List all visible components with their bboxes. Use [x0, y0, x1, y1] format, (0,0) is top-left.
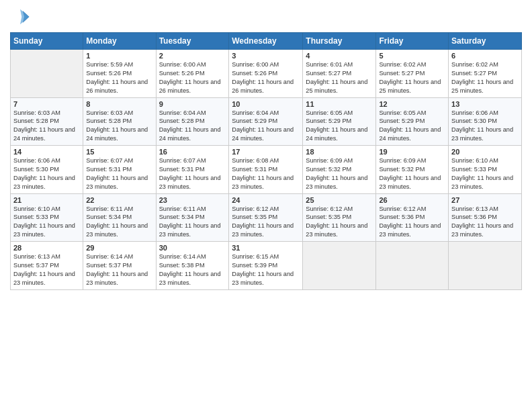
svg-marker-1	[20, 9, 30, 25]
day-number: 8	[86, 100, 152, 108]
day-info: Sunrise: 6:12 AMSunset: 5:35 PMDaylight:…	[306, 205, 373, 240]
day-number: 27	[451, 196, 519, 204]
day-number: 13	[451, 100, 519, 108]
week-row-4: 21Sunrise: 6:10 AMSunset: 5:33 PMDayligh…	[11, 193, 522, 242]
day-info: Sunrise: 6:13 AMSunset: 5:37 PMDaylight:…	[13, 253, 80, 287]
calendar-cell: 8Sunrise: 6:03 AMSunset: 5:28 PMDaylight…	[83, 97, 156, 146]
calendar-cell: 28Sunrise: 6:13 AMSunset: 5:37 PMDayligh…	[11, 242, 83, 290]
day-number: 26	[379, 196, 445, 204]
calendar-cell: 25Sunrise: 6:12 AMSunset: 5:35 PMDayligh…	[303, 193, 376, 242]
day-info: Sunrise: 6:02 AMSunset: 5:27 PMDaylight:…	[451, 60, 519, 95]
day-info: Sunrise: 6:10 AMSunset: 5:33 PMDaylight:…	[451, 156, 519, 191]
day-header-friday: Friday	[376, 33, 449, 50]
day-number: 14	[13, 148, 80, 156]
day-info: Sunrise: 6:10 AMSunset: 5:33 PMDaylight:…	[13, 205, 80, 240]
calendar-cell: 2Sunrise: 6:00 AMSunset: 5:26 PMDaylight…	[156, 50, 229, 98]
day-header-wednesday: Wednesday	[229, 33, 303, 50]
day-number: 7	[13, 100, 80, 108]
day-number: 5	[379, 52, 445, 60]
week-row-1: 1Sunrise: 5:59 AMSunset: 5:26 PMDaylight…	[11, 50, 522, 98]
day-info: Sunrise: 5:59 AMSunset: 5:26 PMDaylight:…	[86, 60, 152, 95]
calendar-cell	[449, 242, 522, 290]
day-info: Sunrise: 6:09 AMSunset: 5:32 PMDaylight:…	[306, 156, 373, 191]
calendar-cell: 11Sunrise: 6:05 AMSunset: 5:29 PMDayligh…	[303, 97, 376, 146]
calendar-cell: 6Sunrise: 6:02 AMSunset: 5:27 PMDaylight…	[449, 50, 522, 98]
day-info: Sunrise: 6:11 AMSunset: 5:34 PMDaylight:…	[159, 205, 226, 240]
calendar-cell: 23Sunrise: 6:11 AMSunset: 5:34 PMDayligh…	[156, 193, 229, 242]
calendar-cell: 16Sunrise: 6:07 AMSunset: 5:31 PMDayligh…	[156, 146, 229, 194]
calendar-cell: 26Sunrise: 6:12 AMSunset: 5:36 PMDayligh…	[376, 193, 449, 242]
calendar-cell: 24Sunrise: 6:12 AMSunset: 5:35 PMDayligh…	[229, 193, 303, 242]
day-info: Sunrise: 6:03 AMSunset: 5:28 PMDaylight:…	[86, 109, 152, 144]
calendar-cell: 3Sunrise: 6:00 AMSunset: 5:26 PMDaylight…	[229, 50, 303, 98]
day-number: 21	[13, 196, 80, 204]
day-info: Sunrise: 6:15 AMSunset: 5:39 PMDaylight:…	[232, 253, 300, 287]
day-number: 31	[232, 244, 300, 252]
day-info: Sunrise: 6:02 AMSunset: 5:27 PMDaylight:…	[379, 60, 445, 95]
day-header-saturday: Saturday	[449, 33, 522, 50]
day-info: Sunrise: 6:12 AMSunset: 5:35 PMDaylight:…	[232, 205, 300, 240]
calendar-cell: 20Sunrise: 6:10 AMSunset: 5:33 PMDayligh…	[449, 146, 522, 194]
week-row-2: 7Sunrise: 6:03 AMSunset: 5:28 PMDaylight…	[11, 97, 522, 146]
calendar-cell: 22Sunrise: 6:11 AMSunset: 5:34 PMDayligh…	[83, 193, 156, 242]
day-number: 23	[159, 196, 226, 204]
calendar-cell: 4Sunrise: 6:01 AMSunset: 5:27 PMDaylight…	[303, 50, 376, 98]
calendar-cell: 9Sunrise: 6:04 AMSunset: 5:28 PMDaylight…	[156, 97, 229, 146]
calendar-cell: 29Sunrise: 6:14 AMSunset: 5:37 PMDayligh…	[83, 242, 156, 290]
page: SundayMondayTuesdayWednesdayThursdayFrid…	[0, 0, 532, 411]
header	[10, 7, 522, 27]
day-info: Sunrise: 6:03 AMSunset: 5:28 PMDaylight:…	[13, 109, 80, 144]
day-info: Sunrise: 6:00 AMSunset: 5:26 PMDaylight:…	[159, 60, 226, 95]
calendar-cell: 14Sunrise: 6:06 AMSunset: 5:30 PMDayligh…	[11, 146, 83, 194]
day-info: Sunrise: 6:12 AMSunset: 5:36 PMDaylight:…	[379, 205, 445, 240]
day-number: 30	[159, 244, 226, 252]
day-header-thursday: Thursday	[303, 33, 376, 50]
calendar-header-row: SundayMondayTuesdayWednesdayThursdayFrid…	[11, 33, 522, 50]
day-info: Sunrise: 6:14 AMSunset: 5:37 PMDaylight:…	[86, 253, 152, 287]
day-number: 9	[159, 100, 226, 108]
day-info: Sunrise: 6:11 AMSunset: 5:34 PMDaylight:…	[86, 205, 152, 240]
calendar-cell: 13Sunrise: 6:06 AMSunset: 5:30 PMDayligh…	[449, 97, 522, 146]
day-info: Sunrise: 6:05 AMSunset: 5:29 PMDaylight:…	[379, 109, 445, 144]
day-info: Sunrise: 6:06 AMSunset: 5:30 PMDaylight:…	[13, 156, 80, 191]
calendar-cell: 31Sunrise: 6:15 AMSunset: 5:39 PMDayligh…	[229, 242, 303, 290]
day-number: 17	[232, 148, 300, 156]
logo	[10, 7, 33, 27]
calendar-cell: 10Sunrise: 6:04 AMSunset: 5:29 PMDayligh…	[229, 97, 303, 146]
day-info: Sunrise: 6:01 AMSunset: 5:27 PMDaylight:…	[306, 60, 373, 95]
calendar-table: SundayMondayTuesdayWednesdayThursdayFrid…	[10, 32, 522, 290]
calendar-cell: 12Sunrise: 6:05 AMSunset: 5:29 PMDayligh…	[376, 97, 449, 146]
calendar-cell: 1Sunrise: 5:59 AMSunset: 5:26 PMDaylight…	[83, 50, 156, 98]
day-number: 10	[232, 100, 300, 108]
calendar-cell: 30Sunrise: 6:14 AMSunset: 5:38 PMDayligh…	[156, 242, 229, 290]
day-number: 3	[232, 52, 300, 60]
day-number: 1	[86, 52, 152, 60]
day-header-sunday: Sunday	[11, 33, 83, 50]
day-info: Sunrise: 6:07 AMSunset: 5:31 PMDaylight:…	[159, 156, 226, 191]
calendar-cell: 5Sunrise: 6:02 AMSunset: 5:27 PMDaylight…	[376, 50, 449, 98]
day-info: Sunrise: 6:06 AMSunset: 5:30 PMDaylight:…	[451, 109, 519, 144]
day-info: Sunrise: 6:09 AMSunset: 5:32 PMDaylight:…	[379, 156, 445, 191]
day-number: 25	[306, 196, 373, 204]
day-number: 6	[451, 52, 519, 60]
day-info: Sunrise: 6:13 AMSunset: 5:36 PMDaylight:…	[451, 205, 519, 240]
day-number: 24	[232, 196, 300, 204]
calendar-cell: 7Sunrise: 6:03 AMSunset: 5:28 PMDaylight…	[11, 97, 83, 146]
day-number: 20	[451, 148, 519, 156]
day-number: 4	[306, 52, 373, 60]
calendar-cell: 18Sunrise: 6:09 AMSunset: 5:32 PMDayligh…	[303, 146, 376, 194]
calendar-cell	[376, 242, 449, 290]
day-number: 16	[159, 148, 226, 156]
week-row-5: 28Sunrise: 6:13 AMSunset: 5:37 PMDayligh…	[11, 242, 522, 290]
day-info: Sunrise: 6:05 AMSunset: 5:29 PMDaylight:…	[306, 109, 373, 144]
calendar-cell: 17Sunrise: 6:08 AMSunset: 5:31 PMDayligh…	[229, 146, 303, 194]
day-number: 28	[13, 244, 80, 252]
day-info: Sunrise: 6:07 AMSunset: 5:31 PMDaylight:…	[86, 156, 152, 191]
day-number: 18	[306, 148, 373, 156]
day-info: Sunrise: 6:04 AMSunset: 5:29 PMDaylight:…	[232, 109, 300, 144]
day-info: Sunrise: 6:08 AMSunset: 5:31 PMDaylight:…	[232, 156, 300, 191]
day-number: 29	[86, 244, 152, 252]
calendar-cell: 21Sunrise: 6:10 AMSunset: 5:33 PMDayligh…	[11, 193, 83, 242]
day-info: Sunrise: 6:04 AMSunset: 5:28 PMDaylight:…	[159, 109, 226, 144]
day-number: 12	[379, 100, 445, 108]
